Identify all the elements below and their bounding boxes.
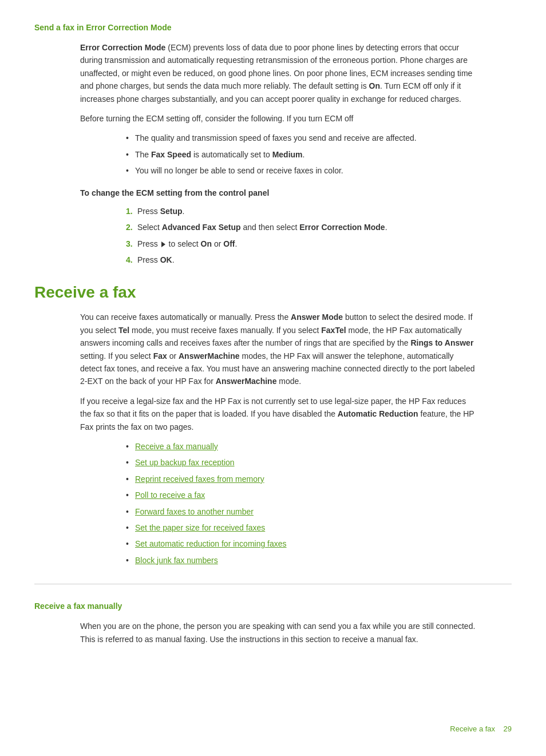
list-item-block-junk[interactable]: Block junk fax numbers: [126, 554, 477, 567]
receive-fax-manually-heading: Receive a fax manually: [34, 601, 512, 611]
ecm-step-2: 2. Select Advanced Fax Setup and then se…: [126, 221, 477, 233]
ecm-step-4: 4. Press OK.: [126, 254, 477, 266]
ecm-step-3: 3. Press to select On or Off.: [126, 238, 477, 250]
link-forward[interactable]: Forward faxes to another number: [135, 507, 254, 516]
ecm-content: Error Correction Mode (ECM) prevents los…: [80, 41, 477, 266]
receive-fax-manually-para: When you are on the phone, the person yo…: [80, 620, 477, 646]
ecm-before-text: Before turning the ECM setting off, cons…: [80, 112, 477, 125]
list-item-paper-size[interactable]: Set the paper size for received faxes: [126, 521, 477, 534]
list-item-receive-manually[interactable]: Receive a fax manually: [126, 440, 477, 453]
link-receive-manually[interactable]: Receive a fax manually: [135, 442, 218, 451]
link-reprint[interactable]: Reprint received faxes from memory: [135, 474, 264, 484]
list-item-poll[interactable]: Poll to receive a fax: [126, 489, 477, 501]
receive-fax-heading: Receive a fax: [34, 283, 512, 302]
ecm-bullet-2: The Fax Speed is automatically set to Me…: [126, 148, 477, 161]
list-item-reprint[interactable]: Reprint received faxes from memory: [126, 473, 477, 485]
link-block-junk[interactable]: Block junk fax numbers: [135, 556, 218, 565]
ecm-default-on: On: [369, 81, 380, 90]
ecm-intro-paragraph: Error Correction Mode (ECM) prevents los…: [80, 41, 477, 105]
ecm-section: Send a fax in Error Correction Mode Erro…: [34, 23, 512, 266]
link-backup-reception[interactable]: Set up backup fax reception: [135, 458, 235, 467]
receive-fax-content: You can receive faxes automatically or m…: [80, 311, 477, 567]
receive-fax-para2: If you receive a legal-size fax and the …: [80, 395, 477, 433]
receive-fax-links-list: Receive a fax manually Set up backup fax…: [126, 440, 477, 567]
ecm-bullet-1: The quality and transmission speed of fa…: [126, 132, 477, 144]
list-item-auto-reduction[interactable]: Set automatic reduction for incoming fax…: [126, 537, 477, 550]
ecm-subheading: To change the ECM setting from the contr…: [80, 187, 477, 199]
ecm-step-1: 1. Press Setup.: [126, 205, 477, 217]
triangle-icon: [161, 242, 165, 247]
receive-fax-para1: You can receive faxes automatically or m…: [80, 311, 477, 387]
receive-fax-section: Receive a fax You can receive faxes auto…: [34, 283, 512, 567]
page-footer: Receive a fax 29: [450, 725, 512, 733]
ecm-steps: 1. Press Setup. 2. Select Advanced Fax S…: [126, 205, 477, 267]
link-paper-size[interactable]: Set the paper size for received faxes: [135, 523, 265, 532]
ecm-bullet-3: You will no longer be able to send or re…: [126, 164, 477, 177]
section-divider: [34, 584, 512, 584]
ecm-bold-intro: Error Correction Mode: [80, 43, 165, 52]
list-item-backup-reception[interactable]: Set up backup fax reception: [126, 456, 477, 469]
link-auto-reduction[interactable]: Set automatic reduction for incoming fax…: [135, 539, 287, 548]
receive-fax-manually-section: Receive a fax manually When you are on t…: [34, 584, 512, 646]
footer-text: Receive a fax: [450, 725, 495, 733]
ecm-heading: Send a fax in Error Correction Mode: [34, 23, 512, 32]
link-poll[interactable]: Poll to receive a fax: [135, 490, 205, 500]
receive-fax-manually-content: When you are on the phone, the person yo…: [80, 620, 477, 646]
list-item-forward[interactable]: Forward faxes to another number: [126, 505, 477, 518]
ecm-bullet-list: The quality and transmission speed of fa…: [126, 132, 477, 177]
page-number: 29: [504, 725, 512, 733]
